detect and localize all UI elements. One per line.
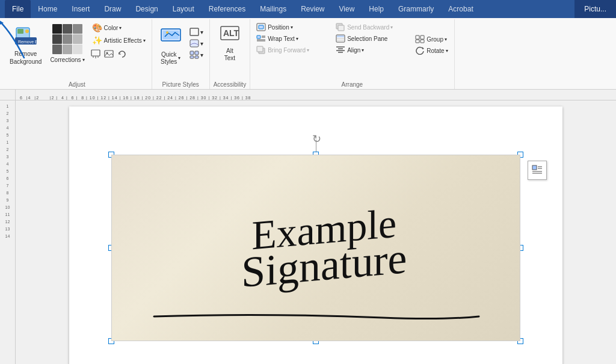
- remove-background-button[interactable]: Remove BG RemoveBackground: [6, 22, 45, 68]
- layout-options-icon: [531, 164, 543, 176]
- tab-review[interactable]: Review: [294, 0, 331, 18]
- tab-mailings[interactable]: Mailings: [253, 0, 294, 18]
- send-backward-label: Send Backward: [347, 24, 389, 31]
- svg-point-3: [25, 29, 29, 33]
- ribbon-group-picture-styles: QuickStyles ▾ ▾ ▾ ▾: [152, 19, 210, 89]
- tab-bar: File Home Insert Draw Design Layout Refe…: [0, 0, 616, 18]
- svg-marker-0: [0, 19, 4, 26]
- position-dropdown-arrow: ▾: [291, 25, 293, 30]
- alt-text-label: AltText: [224, 48, 235, 62]
- picture-border-button[interactable]: ▾: [187, 26, 206, 37]
- align-button[interactable]: Align ▾: [333, 45, 411, 55]
- quick-styles-icon: [160, 24, 182, 49]
- quick-styles-label: QuickStyles: [161, 51, 177, 66]
- picture-effects-button[interactable]: ▾: [187, 38, 206, 49]
- tab-layout[interactable]: Layout: [165, 0, 202, 18]
- svg-text:ALT: ALT: [223, 28, 239, 38]
- ruler-v-tick: 7: [0, 182, 15, 190]
- picture-border-icon: [189, 28, 199, 36]
- tab-home[interactable]: Home: [31, 0, 64, 18]
- artistic-effects-dropdown-arrow: ▾: [143, 38, 146, 43]
- rotate-icon: [415, 46, 425, 55]
- send-backward-icon: [336, 23, 345, 31]
- ruler-v-inner: 1 2 3 4 5 1 2 3 4 5 6 7 8 9 10 11 12 13 …: [0, 103, 15, 240]
- ruler-v-tick: 5: [0, 168, 15, 175]
- send-backward-button[interactable]: Send Backward ▾: [333, 22, 411, 32]
- group-dropdown-arrow: ▾: [445, 37, 447, 42]
- quick-styles-button[interactable]: QuickStyles ▾: [156, 22, 186, 68]
- rotate-label: Rotate: [427, 48, 444, 54]
- rotate-button[interactable]: Rotate ▾: [413, 45, 450, 56]
- tab-references[interactable]: References: [202, 0, 253, 18]
- position-button[interactable]: Position ▾: [254, 22, 332, 32]
- ruler-v-tick: 13: [0, 226, 15, 233]
- ribbon-group-accessibility: ALT AltText Accessibility: [210, 19, 250, 89]
- bring-forward-button[interactable]: Bring Forward ▾: [254, 45, 332, 55]
- wrap-text-dropdown-arrow: ▾: [296, 36, 298, 42]
- ruler-container: 6 |4 |2 |2 | 4 | 6 | 8 | 10 | 12 | 14 | …: [0, 90, 616, 100]
- svg-rect-28: [257, 46, 263, 52]
- wrap-text-button[interactable]: Wrap Text ▾: [254, 33, 332, 44]
- svg-rect-32: [337, 35, 344, 37]
- document-page[interactable]: ↻ Example Signature: [69, 106, 562, 364]
- ruler-v-tick: 14: [0, 233, 15, 240]
- selection-pane-icon: [336, 34, 345, 43]
- svg-rect-17: [195, 56, 199, 58]
- corrections-label: Corrections: [50, 57, 81, 64]
- tab-picture[interactable]: Pictu...: [574, 0, 616, 18]
- ruler-v-tick: 12: [0, 218, 15, 226]
- tab-grammarly[interactable]: Grammarly: [391, 0, 441, 18]
- position-label: Position: [268, 24, 289, 31]
- svg-rect-12: [190, 28, 199, 35]
- bring-forward-label: Bring Forward: [268, 47, 306, 54]
- picture-layout-button[interactable]: ▾: [187, 49, 206, 60]
- artistic-effects-button[interactable]: ✨ Artistic Effects ▾: [90, 34, 148, 46]
- adjust-small-icons: [90, 48, 148, 60]
- compress-pictures-button[interactable]: [90, 48, 102, 60]
- bring-forward-dropdown-arrow: ▾: [307, 48, 309, 53]
- rotate-handle[interactable]: ↻: [312, 134, 319, 141]
- ruler-v-tick: 3: [0, 153, 15, 161]
- corrections-dropdown-arrow: ▾: [82, 57, 85, 63]
- corrections-button[interactable]: Corrections ▾: [46, 22, 88, 66]
- ribbon: Remove BG RemoveBackground: [0, 18, 616, 90]
- reset-picture-button[interactable]: [116, 48, 128, 60]
- tab-design[interactable]: Design: [128, 0, 165, 18]
- tab-draw[interactable]: Draw: [97, 0, 128, 18]
- svg-rect-30: [338, 25, 344, 31]
- ruler-corner: [0, 90, 16, 100]
- ruler-v-tick: 4: [0, 161, 15, 168]
- layout-options-button[interactable]: [528, 161, 547, 180]
- svg-rect-34: [337, 40, 344, 41]
- tab-help[interactable]: Help: [362, 0, 391, 18]
- ruler-horizontal: 6 |4 |2 |2 | 4 | 6 | 8 | 10 | 12 | 14 | …: [16, 90, 616, 100]
- ruler-v-tick: 2: [0, 110, 15, 117]
- align-label: Align: [347, 47, 360, 54]
- group-button[interactable]: Group ▾: [413, 34, 450, 45]
- tab-acrobat[interactable]: Acrobat: [441, 0, 480, 18]
- signature-text: Example Signature: [241, 209, 407, 287]
- corrections-icon: [52, 24, 82, 54]
- wrap-text-label: Wrap Text: [268, 35, 295, 42]
- tab-insert[interactable]: Insert: [64, 0, 97, 18]
- color-icon: 🎨: [92, 23, 102, 32]
- signature-image[interactable]: Example Signature: [111, 155, 520, 341]
- color-button[interactable]: 🎨 Color ▾: [90, 22, 148, 34]
- change-picture-button[interactable]: [103, 48, 115, 60]
- picture-styles-content: QuickStyles ▾ ▾ ▾ ▾: [156, 22, 206, 80]
- selection-pane-label: Selection Pane: [347, 35, 387, 42]
- svg-rect-42: [420, 40, 424, 43]
- picture-border-label: ▾: [200, 29, 203, 35]
- picture-styles-label: Picture Styles: [156, 81, 206, 88]
- artistic-effects-icon: ✨: [92, 35, 102, 45]
- signature-container[interactable]: ↻ Example Signature: [111, 155, 520, 341]
- alt-text-button[interactable]: ALT AltText: [215, 22, 245, 64]
- ribbon-group-arrange: Position ▾ Wrap Text ▾ Bring Forward ▾: [250, 19, 454, 89]
- align-icon: [336, 46, 345, 54]
- ruler-v-tick: 9: [0, 197, 15, 204]
- selection-pane-button[interactable]: Selection Pane: [333, 33, 411, 44]
- tab-view[interactable]: View: [332, 0, 362, 18]
- document-area: 1 2 3 4 5 1 2 3 4 5 6 7 8 9 10 11 12 13 …: [0, 100, 616, 364]
- tab-file[interactable]: File: [5, 0, 31, 18]
- artistic-effects-label: Artistic Effects: [104, 37, 142, 44]
